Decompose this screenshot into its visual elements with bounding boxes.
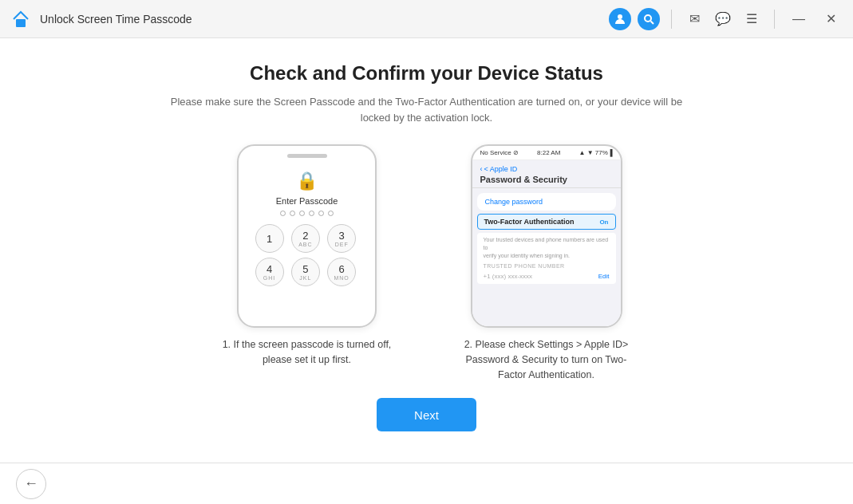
back-arrow-icon: ← — [24, 475, 38, 492]
back-button[interactable]: ← — [16, 469, 46, 499]
user-icon[interactable] — [609, 8, 631, 30]
menu-icon[interactable]: ☰ — [740, 8, 763, 30]
mail-icon[interactable]: ✉ — [683, 8, 705, 30]
dot-6 — [328, 211, 334, 216]
device-1-section: 🔒 Enter Passcode 1 2ABC 3DEF 4 — [219, 144, 395, 368]
svg-line-3 — [651, 21, 654, 24]
footer: ← — [0, 463, 853, 504]
minimize-button[interactable]: — — [786, 6, 812, 32]
phone-placeholder: +1 (xxx) xxx-xxxx — [484, 272, 533, 281]
bottom-area: Next — [377, 398, 476, 439]
title-bar: Unlock Screen Time Passcode ✉ 💬 ☰ — ✕ — [0, 0, 853, 38]
key-2: 2ABC — [291, 224, 320, 253]
key-1: 1 — [255, 224, 284, 253]
page-subtitle: Please make sure the Screen Passcode and… — [156, 94, 698, 125]
device-2-section: No Service ⊘ 8:22 AM ▲ ▼ 77%▐ ‹ < Apple … — [459, 144, 634, 382]
main-content: Check and Confirm your Device Status Ple… — [0, 38, 853, 463]
desc-line-1: Your trusted devices and phone numbers a… — [484, 236, 610, 252]
chevron-left-icon: ‹ — [480, 165, 483, 173]
toolbar-divider-2 — [774, 10, 775, 29]
enter-passcode-label: Enter Passcode — [276, 196, 338, 206]
chat-icon[interactable]: 💬 — [712, 8, 734, 30]
two-factor-description: Your trusted devices and phone numbers a… — [477, 233, 616, 284]
phone-mockup-settings: No Service ⊘ 8:22 AM ▲ ▼ 77%▐ ‹ < Apple … — [471, 144, 622, 328]
svg-point-2 — [645, 15, 651, 22]
dot-1 — [280, 211, 286, 216]
status-left: No Service ⊘ — [480, 149, 519, 156]
key-4: 4GHI — [255, 258, 284, 286]
settings-back: ‹ < Apple ID — [480, 165, 613, 173]
desc-line-2: verify your identity when signing in. — [484, 252, 610, 260]
settings-header: ‹ < Apple ID Password & Security — [472, 160, 621, 188]
settings-screen: ‹ < Apple ID Password & Security Change … — [472, 160, 621, 328]
svg-point-1 — [618, 14, 622, 19]
back-label: < Apple ID — [484, 165, 518, 173]
key-6: 6MNO — [327, 258, 356, 286]
two-factor-label: Two-Factor Authentication — [484, 218, 575, 226]
two-factor-row: Two-Factor Authentication On — [477, 214, 616, 230]
keypad: 1 2ABC 3DEF 4GHI 5JKL 6MNO — [255, 224, 359, 286]
key-5: 5JKL — [291, 258, 320, 286]
settings-page-title: Password & Security — [480, 175, 613, 184]
phone-mockup-passcode: 🔒 Enter Passcode 1 2ABC 3DEF 4 — [237, 144, 377, 328]
title-bar-actions: ✉ 💬 ☰ — ✕ — [609, 6, 843, 32]
status-right: ▲ ▼ 77%▐ — [579, 149, 613, 156]
edit-label: Edit — [598, 272, 610, 281]
home-icon — [10, 8, 32, 30]
two-factor-status: On — [599, 219, 608, 226]
dot-5 — [318, 211, 324, 216]
trusted-phone-label: TRUSTED PHONE NUMBER — [484, 262, 610, 270]
toolbar-divider — [671, 10, 672, 29]
window-title: Unlock Screen Time Passcode — [40, 13, 609, 26]
change-password-row: Change password — [477, 193, 616, 211]
dot-2 — [290, 211, 295, 216]
dot-3 — [299, 211, 305, 216]
close-button[interactable]: ✕ — [818, 6, 843, 32]
page-title: Check and Confirm your Device Status — [250, 62, 603, 85]
settings-section: Change password — [477, 193, 616, 211]
phone-speaker-1 — [287, 154, 327, 158]
device-2-caption: 2. Please check Settings > Apple ID> Pas… — [459, 337, 634, 382]
next-button[interactable]: Next — [377, 398, 476, 431]
lock-icon: 🔒 — [296, 171, 318, 191]
status-center: 8:22 AM — [537, 149, 560, 156]
trusted-phone-row: +1 (xxx) xxx-xxxx Edit — [484, 272, 610, 281]
key-3: 3DEF — [327, 224, 356, 253]
search-magnify-icon[interactable] — [638, 8, 660, 30]
device-1-caption: 1. If the screen passcode is turned off,… — [219, 337, 395, 368]
passcode-screen: 🔒 Enter Passcode 1 2ABC 3DEF 4 — [239, 163, 375, 326]
dot-4 — [309, 211, 314, 216]
svg-rect-0 — [16, 19, 26, 27]
phone-status-bar: No Service ⊘ 8:22 AM ▲ ▼ 77%▐ — [472, 146, 621, 160]
passcode-dots — [280, 211, 334, 216]
devices-row: 🔒 Enter Passcode 1 2ABC 3DEF 4 — [48, 144, 805, 382]
